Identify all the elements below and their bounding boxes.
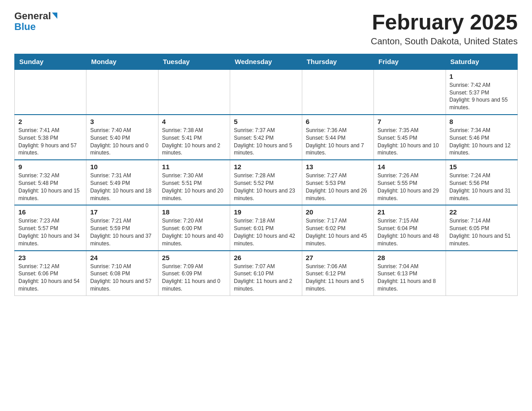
table-row: 14Sunrise: 7:26 AMSunset: 5:55 PMDayligh…	[374, 160, 446, 205]
table-row: 20Sunrise: 7:17 AMSunset: 6:02 PMDayligh…	[302, 205, 373, 250]
day-info: Sunrise: 7:38 AMSunset: 5:41 PMDaylight:…	[162, 127, 226, 157]
calendar-week-row: 2Sunrise: 7:41 AMSunset: 5:38 PMDaylight…	[15, 115, 518, 160]
day-info: Sunrise: 7:15 AMSunset: 6:04 PMDaylight:…	[378, 217, 442, 247]
table-row: 15Sunrise: 7:24 AMSunset: 5:56 PMDayligh…	[446, 160, 517, 205]
calendar-title: February 2025	[371, 11, 518, 34]
table-row: 5Sunrise: 7:37 AMSunset: 5:42 PMDaylight…	[230, 115, 302, 160]
calendar-week-row: 1Sunrise: 7:42 AMSunset: 5:37 PMDaylight…	[15, 69, 518, 115]
day-info: Sunrise: 7:26 AMSunset: 5:55 PMDaylight:…	[378, 172, 442, 202]
day-info: Sunrise: 7:37 AMSunset: 5:42 PMDaylight:…	[234, 127, 298, 157]
day-info: Sunrise: 7:34 AMSunset: 5:46 PMDaylight:…	[450, 127, 514, 157]
header-thursday: Thursday	[302, 54, 373, 69]
day-number: 7	[378, 118, 442, 125]
logo: General Blue	[14, 11, 57, 32]
page-header: General Blue February 2025 Canton, South…	[14, 11, 518, 47]
table-row: 2Sunrise: 7:41 AMSunset: 5:38 PMDaylight…	[15, 115, 86, 160]
logo-arrow-icon	[52, 13, 57, 19]
day-info: Sunrise: 7:21 AMSunset: 5:59 PMDaylight:…	[90, 217, 154, 247]
day-number: 10	[90, 163, 154, 171]
table-row: 16Sunrise: 7:23 AMSunset: 5:57 PMDayligh…	[15, 205, 86, 250]
day-info: Sunrise: 7:04 AMSunset: 6:13 PMDaylight:…	[378, 263, 442, 293]
logo-top: General	[14, 11, 57, 21]
title-section: February 2025 Canton, South Dakota, Unit…	[371, 11, 518, 47]
table-row: 11Sunrise: 7:30 AMSunset: 5:51 PMDayligh…	[158, 160, 230, 205]
day-number: 4	[162, 118, 226, 125]
day-number: 19	[234, 208, 298, 216]
table-row: 1Sunrise: 7:42 AMSunset: 5:37 PMDaylight…	[446, 69, 517, 115]
day-info: Sunrise: 7:17 AMSunset: 6:02 PMDaylight:…	[306, 217, 370, 247]
day-info: Sunrise: 7:32 AMSunset: 5:48 PMDaylight:…	[18, 172, 82, 202]
day-info: Sunrise: 7:30 AMSunset: 5:51 PMDaylight:…	[162, 172, 226, 202]
table-row: 24Sunrise: 7:10 AMSunset: 6:08 PMDayligh…	[86, 251, 158, 296]
table-row	[374, 69, 446, 115]
day-info: Sunrise: 7:23 AMSunset: 5:57 PMDaylight:…	[18, 217, 82, 247]
day-number: 21	[378, 208, 442, 216]
table-row: 18Sunrise: 7:20 AMSunset: 6:00 PMDayligh…	[158, 205, 230, 250]
day-info: Sunrise: 7:42 AMSunset: 5:37 PMDaylight:…	[450, 81, 514, 111]
table-row: 12Sunrise: 7:28 AMSunset: 5:52 PMDayligh…	[230, 160, 302, 205]
calendar-week-row: 16Sunrise: 7:23 AMSunset: 5:57 PMDayligh…	[15, 205, 518, 250]
calendar-table: Sunday Monday Tuesday Wednesday Thursday…	[14, 54, 518, 296]
day-number: 20	[306, 208, 370, 216]
table-row	[302, 69, 373, 115]
day-number: 8	[450, 118, 514, 125]
table-row: 26Sunrise: 7:07 AMSunset: 6:10 PMDayligh…	[230, 251, 302, 296]
calendar-subtitle: Canton, South Dakota, United States	[371, 36, 518, 47]
day-number: 25	[162, 254, 226, 261]
table-row: 25Sunrise: 7:09 AMSunset: 6:09 PMDayligh…	[158, 251, 230, 296]
logo-bottom: Blue	[14, 21, 36, 32]
calendar-week-row: 23Sunrise: 7:12 AMSunset: 6:06 PMDayligh…	[15, 251, 518, 296]
table-row	[446, 251, 517, 296]
day-info: Sunrise: 7:06 AMSunset: 6:12 PMDaylight:…	[306, 263, 370, 293]
table-row: 22Sunrise: 7:14 AMSunset: 6:05 PMDayligh…	[446, 205, 517, 250]
day-number: 1	[450, 73, 514, 80]
table-row: 10Sunrise: 7:31 AMSunset: 5:49 PMDayligh…	[86, 160, 158, 205]
header-wednesday: Wednesday	[230, 54, 302, 69]
day-number: 18	[162, 208, 226, 216]
day-info: Sunrise: 7:10 AMSunset: 6:08 PMDaylight:…	[90, 263, 154, 293]
day-number: 27	[306, 254, 370, 261]
day-number: 13	[306, 163, 370, 171]
day-number: 22	[450, 208, 514, 216]
table-row: 9Sunrise: 7:32 AMSunset: 5:48 PMDaylight…	[15, 160, 86, 205]
day-number: 15	[450, 163, 514, 171]
day-info: Sunrise: 7:27 AMSunset: 5:53 PMDaylight:…	[306, 172, 370, 202]
day-info: Sunrise: 7:31 AMSunset: 5:49 PMDaylight:…	[90, 172, 154, 202]
day-info: Sunrise: 7:41 AMSunset: 5:38 PMDaylight:…	[18, 127, 82, 157]
day-info: Sunrise: 7:40 AMSunset: 5:40 PMDaylight:…	[90, 127, 154, 157]
day-number: 17	[90, 208, 154, 216]
day-number: 6	[306, 118, 370, 125]
day-number: 12	[234, 163, 298, 171]
table-row: 19Sunrise: 7:18 AMSunset: 6:01 PMDayligh…	[230, 205, 302, 250]
table-row: 17Sunrise: 7:21 AMSunset: 5:59 PMDayligh…	[86, 205, 158, 250]
day-info: Sunrise: 7:09 AMSunset: 6:09 PMDaylight:…	[162, 263, 226, 293]
table-row	[230, 69, 302, 115]
day-info: Sunrise: 7:20 AMSunset: 6:00 PMDaylight:…	[162, 217, 226, 247]
table-row: 4Sunrise: 7:38 AMSunset: 5:41 PMDaylight…	[158, 115, 230, 160]
calendar-week-row: 9Sunrise: 7:32 AMSunset: 5:48 PMDaylight…	[15, 160, 518, 205]
header-saturday: Saturday	[446, 54, 517, 69]
table-row: 7Sunrise: 7:35 AMSunset: 5:45 PMDaylight…	[374, 115, 446, 160]
day-number: 23	[18, 254, 82, 261]
day-number: 3	[90, 118, 154, 125]
day-info: Sunrise: 7:12 AMSunset: 6:06 PMDaylight:…	[18, 263, 82, 293]
day-number: 2	[18, 118, 82, 125]
table-row: 27Sunrise: 7:06 AMSunset: 6:12 PMDayligh…	[302, 251, 373, 296]
day-number: 5	[234, 118, 298, 125]
header-tuesday: Tuesday	[158, 54, 230, 69]
calendar-header-row: Sunday Monday Tuesday Wednesday Thursday…	[15, 54, 518, 69]
day-number: 16	[18, 208, 82, 216]
day-number: 9	[18, 163, 82, 171]
table-row: 21Sunrise: 7:15 AMSunset: 6:04 PMDayligh…	[374, 205, 446, 250]
day-number: 26	[234, 254, 298, 261]
day-info: Sunrise: 7:14 AMSunset: 6:05 PMDaylight:…	[450, 217, 514, 247]
day-info: Sunrise: 7:18 AMSunset: 6:01 PMDaylight:…	[234, 217, 298, 247]
day-info: Sunrise: 7:35 AMSunset: 5:45 PMDaylight:…	[378, 127, 442, 157]
table-row: 13Sunrise: 7:27 AMSunset: 5:53 PMDayligh…	[302, 160, 373, 205]
day-info: Sunrise: 7:36 AMSunset: 5:44 PMDaylight:…	[306, 127, 370, 157]
day-info: Sunrise: 7:07 AMSunset: 6:10 PMDaylight:…	[234, 263, 298, 293]
day-number: 28	[378, 254, 442, 261]
header-friday: Friday	[374, 54, 446, 69]
table-row	[158, 69, 230, 115]
header-monday: Monday	[86, 54, 158, 69]
